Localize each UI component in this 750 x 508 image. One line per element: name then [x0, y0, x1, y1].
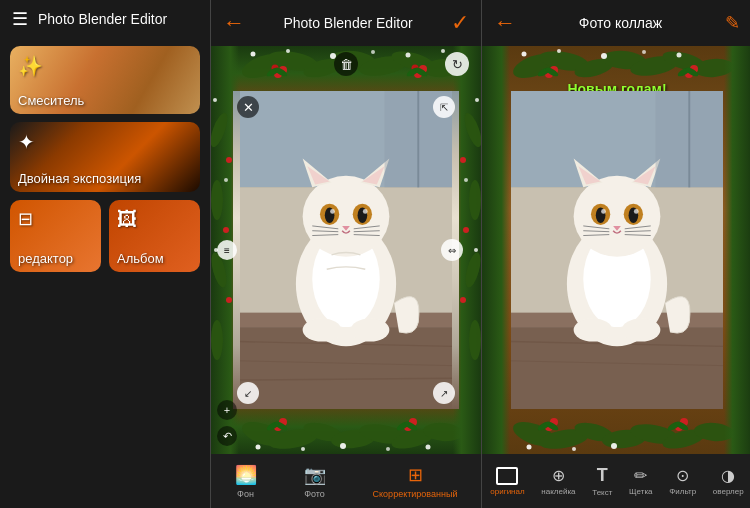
svg-point-105 — [642, 50, 646, 54]
svg-point-43 — [211, 111, 231, 149]
middle-header: ← Photo Blender Editor ✓ — [211, 0, 481, 46]
photo-icon: 📷 — [304, 464, 326, 486]
close-button-overlay[interactable]: ✕ — [237, 96, 259, 118]
right-title: Фото коллаж — [579, 15, 662, 31]
background-icon: 🌅 — [235, 464, 257, 486]
original-icon — [496, 467, 518, 485]
album-icon: 🖼 — [117, 208, 137, 231]
svg-point-104 — [601, 53, 607, 59]
svg-point-73 — [303, 176, 390, 257]
svg-point-46 — [211, 320, 223, 360]
album-bg: 🖼 Альбом — [109, 200, 200, 272]
editor-icon: ⊟ — [18, 208, 33, 230]
mixer-bg: ✨ Смеситель — [10, 46, 200, 114]
sticker-tool-btn[interactable]: ⊕ наклейка — [535, 462, 581, 500]
svg-point-82 — [330, 209, 335, 214]
rotate-button[interactable]: ↻ — [445, 52, 469, 76]
menu-item-album[interactable]: 🖼 Альбом — [109, 200, 200, 272]
mixer-icon: ✨ — [18, 54, 43, 78]
cat-photo — [233, 91, 459, 409]
background-btn[interactable]: 🌅 Фон — [235, 464, 257, 499]
svg-point-51 — [224, 178, 228, 182]
corner-handle-top-right[interactable]: ⇱ — [433, 96, 455, 118]
svg-point-34 — [426, 445, 431, 450]
original-tool-btn[interactable]: оригинал — [484, 463, 530, 500]
svg-point-30 — [256, 445, 261, 450]
svg-point-53 — [461, 111, 481, 149]
double-bg: ✦ Двойная экспозиция — [10, 122, 200, 192]
svg-point-124 — [611, 443, 617, 449]
back-button-right[interactable]: ← — [494, 10, 516, 36]
edit-icon-right[interactable]: ✎ — [725, 12, 740, 34]
overlay-label: оверлер — [713, 487, 744, 496]
right-bottom-toolbar: оригинал ⊕ наклейка T Текст ✏ Щетка ⊙ Фи… — [482, 454, 750, 508]
svg-point-103 — [557, 49, 561, 53]
menu-items: ✨ Смеситель ✦ Двойная экспозиция ⊟ редак… — [0, 38, 210, 508]
brush-label: Щетка — [629, 487, 652, 496]
add-button[interactable]: + — [217, 400, 237, 420]
svg-point-61 — [464, 178, 468, 182]
svg-point-8 — [286, 49, 290, 53]
menu-item-double[interactable]: ✦ Двойная экспозиция — [10, 122, 200, 192]
text-tool-btn[interactable]: T Текст — [586, 461, 618, 501]
cat-svg — [233, 91, 459, 409]
menu-item-mixer[interactable]: ✨ Смеситель — [10, 46, 200, 114]
corner-handle-bottom-left[interactable]: ↙ — [237, 382, 259, 404]
svg-point-106 — [677, 53, 682, 58]
bottom-left-controls: + ↶ — [217, 400, 237, 446]
adjusted-btn[interactable]: ⊞ Скорректированный — [373, 464, 458, 499]
svg-point-31 — [301, 447, 305, 451]
overlay-icon: ◑ — [721, 466, 735, 485]
filter-tool-btn[interactable]: ⊙ Фильтр — [663, 462, 702, 500]
svg-point-11 — [406, 53, 411, 58]
svg-point-151 — [601, 209, 606, 214]
svg-point-57 — [460, 157, 466, 163]
sticker-label: наклейка — [541, 487, 575, 496]
photo-btn[interactable]: 📷 Фото — [304, 464, 326, 499]
right-canvas: Новым годам! — [482, 46, 750, 454]
brush-icon: ✏ — [634, 466, 647, 485]
svg-point-32 — [340, 443, 346, 449]
undo-button[interactable]: ↶ — [217, 426, 237, 446]
svg-point-102 — [522, 52, 527, 57]
svg-point-49 — [226, 297, 232, 303]
left-controls: ≡ — [217, 240, 237, 260]
svg-point-83 — [363, 209, 368, 214]
svg-point-54 — [469, 180, 481, 220]
svg-point-7 — [251, 52, 256, 57]
back-button-middle[interactable]: ← — [223, 10, 245, 36]
right-cat-svg — [504, 91, 730, 409]
hamburger-icon[interactable]: ☰ — [12, 8, 28, 30]
layers-button[interactable]: ≡ — [217, 240, 237, 260]
middle-title: Photo Blender Editor — [283, 15, 412, 31]
text-icon: T — [597, 465, 608, 486]
adjusted-icon: ⊞ — [408, 464, 423, 486]
svg-point-50 — [213, 98, 217, 102]
svg-point-60 — [475, 98, 479, 102]
svg-point-123 — [572, 447, 576, 451]
svg-point-62 — [474, 248, 478, 252]
right-header: ← Фото коллаж ✎ — [482, 0, 750, 46]
resize-handle-right[interactable]: ⇔ — [441, 239, 463, 261]
right-panel: ← Фото коллаж ✎ — [482, 0, 750, 508]
svg-point-142 — [574, 176, 661, 257]
original-label: оригинал — [490, 487, 524, 496]
album-label: Альбом — [117, 251, 164, 266]
menu-item-editor[interactable]: ⊟ редактор — [10, 200, 101, 272]
mixer-label: Смеситель — [18, 93, 84, 108]
background-label: Фон — [237, 489, 254, 499]
middle-panel: ← Photo Blender Editor ✓ — [211, 0, 481, 508]
svg-point-48 — [223, 227, 229, 233]
delete-button[interactable]: 🗑 — [334, 52, 358, 76]
svg-point-33 — [386, 447, 390, 451]
svg-point-47 — [226, 157, 232, 163]
overlay-tool-btn[interactable]: ◑ оверлер — [707, 462, 750, 500]
check-button[interactable]: ✓ — [451, 10, 469, 36]
editor-label: редактор — [18, 251, 73, 266]
left-header: ☰ Photo Blender Editor — [0, 0, 210, 38]
corner-handle-bottom-right[interactable]: ↗ — [433, 382, 455, 404]
svg-point-91 — [303, 318, 342, 341]
brush-tool-btn[interactable]: ✏ Щетка — [623, 462, 658, 500]
svg-point-160 — [574, 318, 613, 341]
filter-label: Фильтр — [669, 487, 696, 496]
